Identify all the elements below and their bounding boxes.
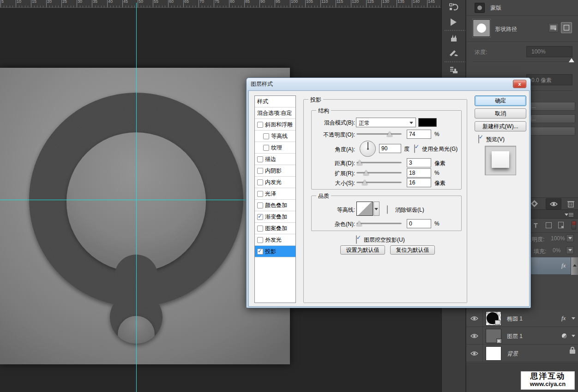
layer-row-layer1[interactable]: 图层 1: [466, 327, 578, 344]
checkbox[interactable]: [257, 179, 263, 185]
layer-fx-badge[interactable]: fx: [561, 315, 566, 322]
size-slider[interactable]: [356, 179, 402, 186]
drop-shadow-item-selected[interactable]: 投影: [255, 246, 295, 257]
feather-value-field[interactable]: 0.0 像素: [526, 74, 572, 85]
density-slider-thumb[interactable]: [569, 58, 574, 62]
visibility-toggle[interactable]: [466, 310, 483, 327]
fill-value[interactable]: 0%: [550, 246, 566, 255]
contour-item[interactable]: 等高线: [255, 131, 295, 142]
masks-panel-header[interactable]: 蒙版: [466, 0, 578, 15]
layer-fx-badge[interactable]: fx: [561, 262, 566, 269]
actions-panel-button[interactable]: [442, 15, 465, 30]
load-selection-icon[interactable]: [530, 200, 539, 208]
distance-field[interactable]: 3: [407, 158, 431, 167]
layers-scrollbar[interactable]: [571, 257, 578, 275]
spread-slider[interactable]: [356, 170, 402, 176]
panel-menu-icon[interactable]: [569, 213, 573, 216]
blend-mode-label: 混合模式(B):: [309, 119, 355, 127]
opacity-value[interactable]: 100%: [548, 234, 566, 243]
layer-name[interactable]: 背景: [507, 350, 518, 358]
shadow-color-swatch[interactable]: [418, 118, 437, 127]
color-overlay-item[interactable]: 颜色叠加: [255, 200, 295, 211]
checkbox[interactable]: [257, 237, 263, 243]
brush-panel-button[interactable]: [442, 31, 465, 46]
brush-presets-panel-button[interactable]: [442, 46, 465, 61]
layer-name[interactable]: 椭圆 1: [507, 315, 523, 323]
checkbox-checked[interactable]: [257, 249, 263, 255]
antialias-checkbox[interactable]: [387, 205, 388, 214]
smart-object-filter-icon[interactable]: [558, 222, 564, 228]
checkbox[interactable]: [257, 122, 263, 128]
angle-dial[interactable]: [360, 141, 376, 157]
outer-glow-item[interactable]: 外发光: [255, 234, 295, 246]
layer-row-background[interactable]: 背景: [466, 345, 578, 362]
checkbox[interactable]: [263, 145, 269, 151]
satin-item[interactable]: 光泽: [255, 188, 295, 200]
reset-default-button[interactable]: 复位为默认值: [390, 245, 435, 255]
density-value-field[interactable]: 100%: [526, 46, 572, 57]
checkbox[interactable]: [257, 191, 263, 197]
texture-item[interactable]: 纹理: [255, 142, 295, 154]
cancel-button[interactable]: 取消: [475, 108, 526, 119]
blend-mode-dropdown[interactable]: 正常: [356, 118, 416, 127]
add-pixel-mask-icon[interactable]: +: [548, 23, 559, 32]
layer-name[interactable]: 图层 1: [507, 333, 523, 340]
effects-collapse-arrow[interactable]: [572, 335, 575, 337]
fill-dropdown-arrow[interactable]: [566, 246, 574, 254]
clone-source-panel-button[interactable]: [442, 63, 465, 77]
opacity-field[interactable]: 74: [407, 130, 431, 139]
distance-slider[interactable]: [356, 160, 402, 166]
contour-swatch[interactable]: [356, 202, 373, 216]
new-style-button[interactable]: 新建样式(W)...: [475, 121, 526, 131]
close-icon[interactable]: x: [513, 80, 526, 88]
delete-mask-button[interactable]: [567, 200, 575, 210]
shape-filter-icon[interactable]: [546, 222, 552, 228]
shape-path-thumbnail[interactable]: [473, 19, 490, 37]
pattern-overlay-item[interactable]: 图案叠加: [255, 223, 295, 234]
stroke-item[interactable]: 描边: [255, 154, 295, 165]
inner-glow-item[interactable]: 内发光: [255, 177, 295, 188]
set-default-button[interactable]: 设置为默认值: [340, 245, 385, 255]
gradient-overlay-item[interactable]: 渐变叠加: [255, 211, 295, 223]
noise-field[interactable]: 0: [407, 219, 431, 228]
vertical-guide[interactable]: [136, 3, 137, 392]
filter-toggle-switch[interactable]: [572, 221, 576, 230]
checkbox[interactable]: [257, 156, 263, 162]
angle-field[interactable]: 90: [379, 144, 401, 153]
checkbox[interactable]: [257, 226, 263, 232]
styles-list-header[interactable]: 样式: [255, 96, 295, 107]
spread-field[interactable]: 18: [407, 168, 431, 178]
checkbox[interactable]: [263, 133, 269, 139]
type-filter-icon[interactable]: T: [534, 222, 538, 229]
ruler-tick-label: 55: [154, 0, 158, 4]
checkbox-checked[interactable]: [257, 214, 263, 220]
mask-visibility-button[interactable]: [546, 198, 561, 209]
preview-checkbox[interactable]: [478, 135, 479, 143]
bevel-emboss-item[interactable]: 斜面和浮雕: [255, 119, 295, 131]
checkbox[interactable]: [257, 202, 263, 208]
layer-thumbnail-white[interactable]: [486, 346, 501, 361]
blending-options-item[interactable]: 混合选项:自定: [255, 107, 295, 119]
ok-button[interactable]: 确定: [475, 95, 526, 106]
vector-mask-icon[interactable]: [561, 22, 572, 33]
effects-collapse-arrow[interactable]: [572, 317, 575, 320]
global-light-checkbox[interactable]: [414, 144, 415, 153]
visibility-toggle[interactable]: [466, 345, 483, 362]
size-field[interactable]: 16: [407, 178, 431, 187]
noise-slider[interactable]: [356, 220, 402, 227]
knockout-checkbox[interactable]: [356, 235, 357, 244]
opacity-slider[interactable]: [356, 131, 402, 137]
density-slider[interactable]: [473, 62, 572, 63]
layer-row-ellipse1[interactable]: 椭圆 1 fx: [466, 310, 578, 327]
opacity-dropdown-arrow[interactable]: [566, 234, 574, 242]
layer-thumbnail-ellipse[interactable]: [486, 311, 501, 326]
horizontal-ruler[interactable]: 5101520253035404550556065707580859095100…: [0, 0, 441, 8]
inner-shadow-item[interactable]: 内阴影: [255, 165, 295, 177]
contour-dropdown-arrow[interactable]: [373, 202, 379, 216]
history-panel-button[interactable]: [442, 0, 465, 15]
checkbox[interactable]: [257, 168, 263, 174]
layer-style-circle-icon[interactable]: [561, 333, 567, 339]
visibility-toggle[interactable]: [466, 327, 483, 344]
dialog-title[interactable]: 图层样式: [247, 78, 530, 90]
layer-thumbnail-gray[interactable]: [486, 329, 501, 343]
